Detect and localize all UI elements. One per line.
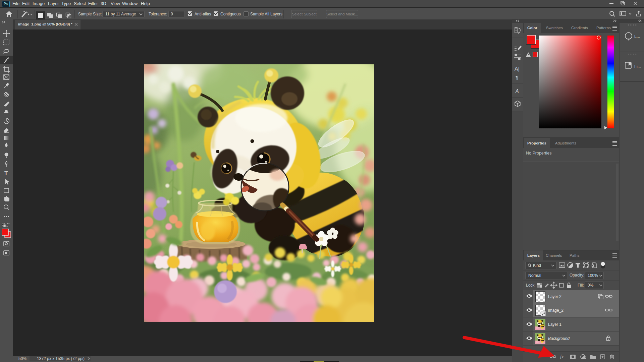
svg-text:fx: fx [560,354,564,359]
svg-text:¶: ¶ [516,74,518,80]
svg-text:A: A [515,88,519,95]
svg-text:T: T [4,170,8,177]
svg-text:A|: A| [515,66,520,72]
